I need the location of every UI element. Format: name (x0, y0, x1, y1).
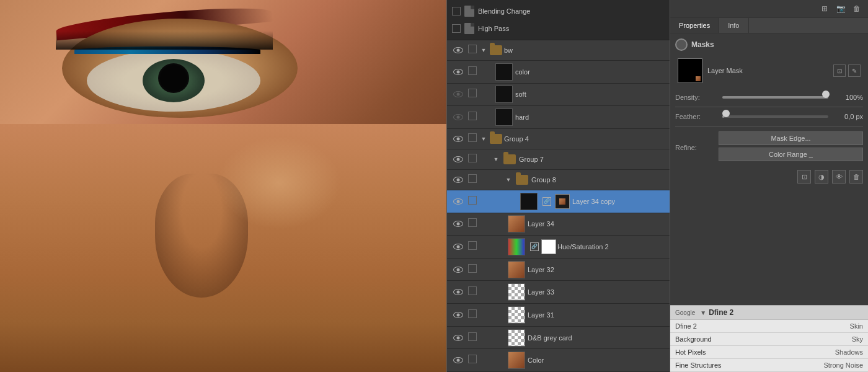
visibility-layer33[interactable] (452, 286, 464, 298)
visibility-hard[interactable] (452, 111, 464, 123)
layer-row-layer33[interactable]: Layer 33 (447, 281, 670, 304)
density-row: Density: 100% (675, 93, 863, 102)
dfine-value-2: Shadows (776, 346, 868, 359)
visibility-huesat2[interactable] (452, 241, 464, 253)
checkbox-layer34[interactable] (468, 218, 479, 229)
tab-properties[interactable]: Properties (670, 18, 719, 33)
arrow-group8[interactable]: ▼ (505, 177, 512, 183)
layer-row-layer32[interactable]: Layer 32 (447, 259, 670, 281)
dfine-row-0[interactable]: Dfine 2 Skin (670, 320, 868, 333)
visibility-group7[interactable] (452, 153, 464, 166)
checkbox-bw[interactable] (468, 45, 479, 56)
layer-row-hard[interactable]: hard (447, 106, 670, 129)
checkbox-group4[interactable] (468, 133, 479, 144)
feather-slider[interactable] (722, 112, 828, 121)
layer-row-group8[interactable]: ▼ Group 8 (447, 170, 670, 190)
layer-row-group7[interactable]: ▼ Group 7 (447, 149, 670, 170)
layer-row-color[interactable]: color (447, 61, 670, 84)
thumb-layer34copy (520, 193, 538, 210)
layer-row-dandbgrey[interactable]: D&B grey card (447, 327, 670, 350)
layer-row-layer34[interactable]: Layer 34 (447, 213, 670, 236)
feather-label: Feather: (675, 113, 719, 120)
selection-icon-btn[interactable]: ⊡ (797, 170, 811, 184)
dfine-expand-arrow[interactable]: ▼ (700, 309, 706, 316)
layer-row-soft[interactable]: soft (447, 84, 670, 107)
checkbox-color2[interactable] (468, 355, 479, 366)
cheek-highlight (217, 136, 341, 229)
trash-icon[interactable]: 🗑 (851, 2, 863, 15)
checkbox-layer33[interactable] (468, 286, 479, 298)
thumb-layer33 (508, 283, 525, 301)
add-to-selection-icon[interactable]: ⊞ (818, 2, 831, 15)
layer-row-bw[interactable]: ▼ bw (447, 40, 670, 61)
high-pass-checkbox[interactable] (452, 24, 461, 33)
properties-toolbar: ⊞ 📷 🗑 (670, 0, 868, 18)
layer-row-layer34copy[interactable]: 🔗 Layer 34 copy (447, 190, 670, 213)
arrow-group4[interactable]: ▼ (480, 136, 487, 142)
feather-track (722, 115, 828, 118)
density-thumb[interactable] (822, 91, 830, 98)
checkbox-soft[interactable] (468, 89, 479, 100)
visibility-layer34[interactable] (452, 218, 464, 230)
density-slider[interactable] (722, 93, 828, 102)
arrow-group7[interactable]: ▼ (493, 156, 499, 162)
visibility-group8[interactable] (452, 174, 464, 186)
blending-change-layer[interactable]: Blending Change (452, 2, 665, 20)
folder-group7 (503, 154, 516, 164)
eye-icon-layer34 (453, 221, 463, 227)
visibility-soft[interactable] (452, 88, 464, 100)
checkbox-dandbgrey[interactable] (468, 332, 479, 343)
mask-to-selection-btn[interactable]: ⊡ (833, 64, 846, 77)
eye-icon-layer32 (453, 267, 463, 273)
masks-label: Masks (691, 40, 714, 49)
visibility-layer34copy[interactable] (452, 195, 464, 208)
dfine-row-3[interactable]: Fine Structures Strong Noise (670, 359, 868, 372)
high-pass-label: High Pass (478, 25, 509, 32)
divider-2 (675, 126, 863, 126)
layer-row-color2[interactable]: Color (447, 349, 670, 372)
folder-bw (490, 45, 502, 55)
top-layers-section: Blending Change High Pass (447, 0, 670, 40)
visibility-color2[interactable] (452, 354, 464, 366)
visibility-group4[interactable] (452, 133, 464, 145)
dfine-title: Dfine 2 (709, 308, 733, 317)
layer-row-layer31[interactable]: Layer 31 (447, 304, 670, 327)
density-fill (722, 96, 828, 99)
layer-row-group4[interactable]: ▼ Group 4 (447, 129, 670, 149)
divider-1 (675, 107, 863, 107)
color-range-button[interactable]: Color Range _ (719, 148, 863, 161)
checkbox-layer31[interactable] (468, 309, 479, 321)
visibility-layer31[interactable] (452, 309, 464, 321)
visibility-dandbgrey[interactable] (452, 332, 464, 344)
tab-info[interactable]: Info (719, 18, 748, 33)
checkbox-layer34copy[interactable] (468, 196, 479, 207)
checkbox-group7[interactable] (468, 154, 479, 165)
mask-edge-button[interactable]: Mask Edge... (719, 131, 863, 145)
arrow-bw[interactable]: ▼ (480, 47, 487, 53)
camera-icon[interactable]: 📷 (835, 2, 847, 15)
feather-value: 0,0 px (832, 113, 863, 120)
visibility-icon-btn[interactable]: 👁 (832, 170, 846, 184)
layer-name-group4: Group 4 (504, 135, 667, 143)
invert-icon-btn[interactable]: ◑ (815, 170, 828, 184)
checkbox-huesat2[interactable] (468, 241, 479, 252)
checkbox-color[interactable] (468, 66, 479, 78)
properties-tabs: Properties Info (670, 18, 868, 33)
checkbox-hard[interactable] (468, 112, 479, 123)
mask-edit-btn[interactable]: ✎ (848, 64, 861, 77)
visibility-bw[interactable] (452, 44, 464, 56)
checkbox-layer32[interactable] (468, 264, 479, 275)
checkbox-group8[interactable] (468, 174, 479, 185)
dfine-row-2[interactable]: Hot Pixels Shadows (670, 346, 868, 359)
visibility-color[interactable] (452, 66, 464, 78)
high-pass-layer[interactable]: High Pass (452, 20, 665, 37)
dfine-row-1[interactable]: Background Sky (670, 333, 868, 346)
visibility-layer32[interactable] (452, 264, 464, 276)
blending-change-checkbox[interactable] (452, 7, 461, 16)
feather-thumb[interactable] (722, 110, 730, 117)
layer-name-huesat2: Hue/Saturation 2 (557, 243, 609, 250)
link-icon-huesat2: 🔗 (530, 242, 539, 251)
folder-group4 (490, 134, 502, 144)
layer-row-huesat2[interactable]: 🔗 Hue/Saturation 2 (447, 236, 670, 259)
delete-mask-btn[interactable]: 🗑 (849, 170, 863, 184)
